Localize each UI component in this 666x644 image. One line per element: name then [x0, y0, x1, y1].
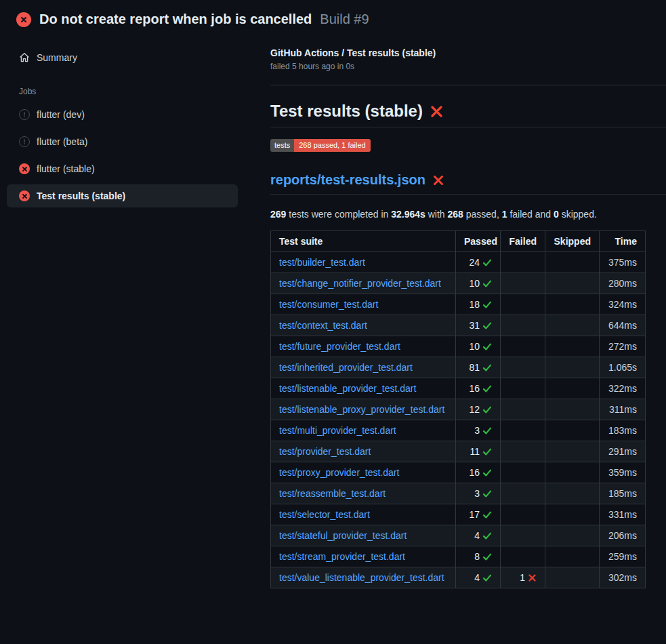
- test-suite-link[interactable]: test/listenable_provider_test.dart: [279, 383, 416, 394]
- time-cell: 311ms: [600, 399, 646, 420]
- time-cell: 1.065s: [600, 357, 646, 378]
- failed-cell: [501, 504, 545, 525]
- section-heading: Test results (stable): [270, 102, 666, 127]
- sidebar-item-test-results-stable-[interactable]: Test results (stable): [7, 184, 238, 207]
- failed-cell: [501, 315, 545, 336]
- sidebar-summary-label: Summary: [37, 52, 77, 63]
- test-suite-link[interactable]: test/proxy_provider_test.dart: [279, 467, 399, 478]
- check-icon: [482, 468, 492, 477]
- column-header-skipped: Skipped: [545, 231, 600, 252]
- table-row: test/proxy_provider_test.dart 16 359ms: [271, 462, 646, 483]
- check-icon: [482, 258, 492, 267]
- test-suite-link[interactable]: test/listenable_proxy_provider_test.dart: [279, 404, 444, 415]
- check-icon: [482, 279, 492, 288]
- run-title: Do not create report when job is cancell…: [39, 12, 312, 27]
- table-row: test/change_notifier_provider_test.dart …: [271, 273, 646, 294]
- column-header-time: Time: [600, 231, 646, 252]
- failed-cell: [501, 399, 545, 420]
- sidebar: Summary Jobs flutter (dev) flutter (beta…: [0, 37, 245, 212]
- test-suite-link[interactable]: test/reassemble_test.dart: [279, 488, 386, 499]
- time-cell: 322ms: [600, 378, 646, 399]
- skipped-cell: [545, 252, 600, 273]
- table-row: test/future_provider_test.dart 10 272ms: [271, 336, 646, 357]
- time-cell: 291ms: [600, 441, 646, 462]
- passed-cell: 17: [456, 504, 501, 525]
- sidebar-item-flutter-stable-[interactable]: flutter (stable): [7, 157, 238, 180]
- table-row: test/provider_test.dart 11 291ms: [271, 441, 646, 462]
- sidebar-item-summary[interactable]: Summary: [7, 46, 238, 69]
- job-label: flutter (dev): [37, 109, 85, 120]
- main-content: GitHub Actions / Test results (stable) f…: [270, 37, 666, 588]
- check-icon: [482, 573, 492, 582]
- failed-cell: [501, 483, 545, 504]
- table-row: test/selector_test.dart 17 331ms: [271, 504, 646, 525]
- skipped-cell: [545, 441, 600, 462]
- time-cell: 331ms: [600, 504, 646, 525]
- report-file-link[interactable]: reports/test-results.json: [270, 172, 425, 188]
- build-number: Build #9: [320, 12, 369, 27]
- tests-summary-text: 269 tests were completed in 32.964s with…: [270, 209, 666, 220]
- passed-cell: 3: [456, 420, 501, 441]
- skipped-cell: [545, 567, 600, 588]
- table-header-row: Test suite Passed Failed Skipped Time: [271, 231, 646, 252]
- failed-cell: [501, 336, 545, 357]
- test-suite-link[interactable]: test/inherited_provider_test.dart: [279, 362, 413, 373]
- test-suite-link[interactable]: test/change_notifier_provider_test.dart: [279, 278, 441, 289]
- test-suite-link[interactable]: test/context_test.dart: [279, 320, 367, 331]
- failed-cell: [501, 462, 545, 483]
- table-row: test/inherited_provider_test.dart 81 1.0…: [271, 357, 646, 378]
- sidebar-item-flutter-beta-[interactable]: flutter (beta): [7, 130, 238, 153]
- test-suite-link[interactable]: test/value_listenable_provider_test.dart: [279, 572, 444, 583]
- failed-cell: [501, 525, 545, 546]
- failed-cell: [501, 252, 545, 273]
- test-suite-link[interactable]: test/future_provider_test.dart: [279, 341, 400, 352]
- passed-cell: 4: [456, 567, 501, 588]
- run-header: Do not create report when job is cancell…: [0, 0, 666, 37]
- test-suite-link[interactable]: test/selector_test.dart: [279, 509, 370, 520]
- test-suite-link[interactable]: test/multi_provider_test.dart: [279, 425, 396, 436]
- sidebar-item-flutter-dev-[interactable]: flutter (dev): [7, 103, 238, 126]
- time-cell: 375ms: [600, 252, 646, 273]
- x-circle-icon: [19, 190, 30, 201]
- check-icon: [482, 531, 492, 540]
- passed-cell: 4: [456, 525, 501, 546]
- x-icon: [528, 573, 537, 582]
- failed-cell: [501, 546, 545, 567]
- test-suite-link[interactable]: test/provider_test.dart: [279, 446, 371, 457]
- jobs-list: flutter (dev) flutter (beta) flutter (st…: [7, 103, 238, 207]
- test-suite-link[interactable]: test/consumer_test.dart: [279, 299, 378, 310]
- failed-cell: [501, 378, 545, 399]
- skipped-cell: [545, 483, 600, 504]
- skipped-cell: [545, 504, 600, 525]
- failed-cell: [501, 357, 545, 378]
- failed-cell: 1: [501, 567, 545, 588]
- passed-cell: 12: [456, 399, 501, 420]
- skipped-cell: [545, 420, 600, 441]
- time-cell: 324ms: [600, 294, 646, 315]
- skipped-cell: [545, 399, 600, 420]
- column-header-failed: Failed: [501, 231, 545, 252]
- test-suite-link[interactable]: test/stateful_provider_test.dart: [279, 530, 407, 541]
- time-cell: 302ms: [600, 567, 646, 588]
- test-suite-link[interactable]: test/stream_provider_test.dart: [279, 551, 405, 562]
- column-header-passed: Passed: [456, 231, 501, 252]
- time-cell: 359ms: [600, 462, 646, 483]
- failed-cell: [501, 294, 545, 315]
- skipped-cell: [545, 525, 600, 546]
- time-cell: 644ms: [600, 315, 646, 336]
- skipped-cell: [545, 294, 600, 315]
- table-row: test/context_test.dart 31 644ms: [271, 315, 646, 336]
- failed-x-icon: [432, 174, 444, 186]
- check-icon: [482, 510, 492, 519]
- passed-cell: 24: [456, 252, 501, 273]
- skipped-cell: [545, 336, 600, 357]
- passed-cell: 11: [456, 441, 501, 462]
- skipped-cell: [545, 357, 600, 378]
- time-cell: 183ms: [600, 420, 646, 441]
- check-icon: [482, 405, 492, 414]
- check-icon: [482, 384, 492, 393]
- passed-cell: 16: [456, 378, 501, 399]
- test-suite-link[interactable]: test/builder_test.dart: [279, 257, 365, 268]
- passed-cell: 18: [456, 294, 501, 315]
- passed-cell: 16: [456, 462, 501, 483]
